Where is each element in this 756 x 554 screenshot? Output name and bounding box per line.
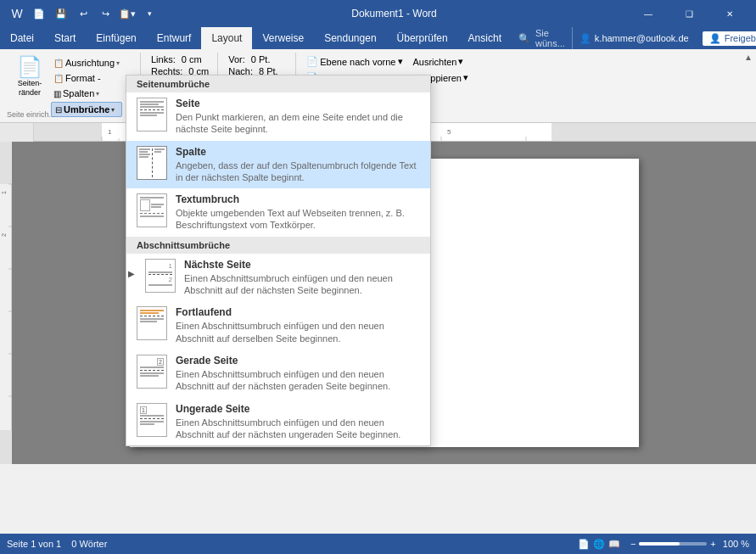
seitenraender-button[interactable]: 📄 Seiten-ränder xyxy=(10,54,49,100)
format-icon: 📋 xyxy=(53,74,64,83)
menu-datei[interactable]: Datei xyxy=(0,27,44,49)
zoom-minus-btn[interactable]: − xyxy=(630,539,636,549)
user-area: 👤 k.hammer@outlook.de xyxy=(572,27,696,49)
ebene-vorne-button[interactable]: 📄 Ebene nach vorne ▾ xyxy=(303,54,406,69)
quick-access-toolbar: W 📄 💾 ↩ ↪ 📋▾ ▾ xyxy=(7,3,160,24)
textumbruch-text: Textumbruch Objekte umgebenden Text auf … xyxy=(176,193,420,232)
title-bar-left: W 📄 💾 ↩ ↪ 📋▾ ▾ xyxy=(7,3,160,24)
user-icon: 👤 xyxy=(580,33,591,44)
gerade-seite-text: Gerade Seite Einen Abschnittsumbruch ein… xyxy=(176,355,420,393)
menu-bar: Datei Start Einfügen Entwurf Layout Verw… xyxy=(0,27,756,49)
svg-text:1: 1 xyxy=(1,191,7,194)
spalten-label: Spalten xyxy=(63,88,94,98)
umbrueche-button[interactable]: ⊟ Umbrüche ▾ xyxy=(51,102,122,117)
einzug-links-row: Links: 0 cm xyxy=(151,54,209,64)
ungerade-seite-title: Ungerade Seite xyxy=(176,403,420,415)
redo-btn[interactable]: ↪ xyxy=(95,3,115,24)
spalte-text: Spalte Angeben, dass der auf den Spalten… xyxy=(176,146,420,184)
share-icon: 👤 xyxy=(709,33,721,44)
zoom-level: 100 % xyxy=(723,539,749,549)
svg-text:5: 5 xyxy=(447,128,451,136)
status-left: Seite 1 von 1 0 Wörter xyxy=(7,539,107,549)
search-icon: 🔍 xyxy=(518,33,530,44)
spalten-icon: ▥ xyxy=(53,89,61,98)
read-view-icon[interactable]: 📖 xyxy=(608,539,620,550)
ruler-corner xyxy=(0,123,34,142)
window-controls: — ❑ ✕ xyxy=(629,0,749,27)
menu-start[interactable]: Start xyxy=(44,27,86,49)
textumbruch-icon-img xyxy=(137,193,167,227)
dropdown-item-gerade-seite[interactable]: 2 Gerade Seite Einen Abschnittsumbruch e… xyxy=(126,350,430,398)
spalten-button[interactable]: ▥ Spalten ▾ xyxy=(51,87,122,100)
seitenraender-label: Seiten-ränder xyxy=(18,79,42,98)
customize-btn[interactable]: 📋▾ xyxy=(117,3,137,24)
naechste-seite-title: Nächste Seite xyxy=(184,259,420,271)
dropdown-item-spalte[interactable]: Spalte Angeben, dass der auf den Spalten… xyxy=(126,141,430,189)
abstand-vor-row: Vor: 0 Pt. xyxy=(228,54,287,64)
collapse-ribbon-btn[interactable]: ▲ xyxy=(744,53,753,62)
ausrichtung-arrow: ▾ xyxy=(116,59,120,67)
umbrueche-label: Umbrüche xyxy=(64,104,109,115)
naechste-seite-icon: 1 2 xyxy=(145,259,176,293)
naechste-seite-text: Nächste Seite Einen Abschnittsumbruch ei… xyxy=(184,259,420,297)
fortlaufend-title: Fortlaufend xyxy=(176,306,420,318)
status-right: 📄 🌐 📖 − + 100 % xyxy=(578,539,749,550)
textumbruch-desc: Objekte umgebenden Text auf Webseiten tr… xyxy=(176,207,420,232)
dropdown-item-ungerade-seite[interactable]: 1 Ungerade Seite Einen Abschnittsumbruch… xyxy=(126,398,430,446)
group-label-page: Seite einrich... xyxy=(7,110,55,119)
ungerade-seite-icon: 1 xyxy=(137,403,167,437)
zoom-plus-btn[interactable]: + xyxy=(710,539,715,549)
svg-rect-2 xyxy=(552,123,756,142)
word-icon: W xyxy=(7,3,27,24)
close-btn[interactable]: ✕ xyxy=(710,0,749,27)
fortlaufend-icon xyxy=(137,306,167,340)
spalten-arrow: ▾ xyxy=(96,90,99,98)
dropdown-item-seite[interactable]: Seite Den Punkt markieren, an dem eine S… xyxy=(126,92,430,141)
seitenumbrueche-header: Seitenumbrüche xyxy=(126,76,430,92)
save-btn[interactable]: 💾 xyxy=(51,3,71,24)
more-btn[interactable]: ▾ xyxy=(139,3,160,24)
ribbon-group-page-setup: 📄 Seiten-ränder 📋 Ausrichtung ▾ 📋 Format… xyxy=(5,53,141,119)
dropdown-item-textumbruch[interactable]: Textumbruch Objekte umgebenden Text auf … xyxy=(126,188,430,237)
ausrichtung-icon: 📋 xyxy=(53,59,64,68)
menu-ansicht[interactable]: Ansicht xyxy=(458,27,512,49)
seitenraender-icon: 📄 xyxy=(17,57,42,77)
menu-ueberpruefen[interactable]: Überprüfen xyxy=(387,27,458,49)
svg-text:2: 2 xyxy=(1,233,7,237)
menu-sendungen[interactable]: Sendungen xyxy=(314,27,386,49)
window-title: Dokument1 - Word xyxy=(160,8,629,20)
format-label: Format - xyxy=(65,73,101,83)
textumbruch-title: Textumbruch xyxy=(176,193,420,205)
web-view-icon[interactable]: 🌐 xyxy=(593,539,605,550)
ebene-vorne-icon: 📄 xyxy=(306,56,318,67)
umbrueche-icon: ⊟ xyxy=(55,105,62,115)
title-bar: W 📄 💾 ↩ ↪ 📋▾ ▾ Dokument1 - Word — ❑ ✕ xyxy=(0,0,756,27)
menu-einfuegen[interactable]: Einfügen xyxy=(86,27,146,49)
page-info: Seite 1 von 1 xyxy=(7,539,61,549)
ausrichten-button[interactable]: Ausrichten ▾ xyxy=(410,54,468,69)
share-button[interactable]: 👤 Freigeben xyxy=(703,31,756,46)
status-bar: Seite 1 von 1 0 Wörter 📄 🌐 📖 − + 100 % xyxy=(0,534,756,554)
menu-layout[interactable]: Layout xyxy=(201,27,252,49)
svg-rect-1 xyxy=(34,123,102,142)
ungerade-seite-desc: Einen Abschnittsumbruch einfügen und den… xyxy=(176,417,420,441)
format-button[interactable]: 📋 Format - xyxy=(51,71,122,85)
dropdown-item-fortlaufend[interactable]: Fortlaufend Einen Abschnittsumbruch einf… xyxy=(126,301,430,350)
seite-icon xyxy=(137,98,167,132)
restore-btn[interactable]: ❑ xyxy=(669,0,708,27)
menu-verweise[interactable]: Verweise xyxy=(252,27,314,49)
spalte-desc: Angeben, dass der auf den Spaltenumbruch… xyxy=(176,159,420,184)
layout-view-icon[interactable]: 📄 xyxy=(578,539,590,550)
new-doc-btn[interactable]: 📄 xyxy=(29,3,49,24)
ausrichtung-button[interactable]: 📋 Ausrichtung ▾ xyxy=(51,56,122,70)
menu-entwurf[interactable]: Entwurf xyxy=(147,27,202,49)
spalte-icon xyxy=(137,146,167,180)
dropdown-item-naechste-seite[interactable]: ▶ 1 2 Nächste Seite Einen Abschnittsumbr… xyxy=(126,254,430,302)
zoom-slider[interactable] xyxy=(639,542,707,546)
search-area: 🔍 Sie wüns... xyxy=(512,27,572,49)
minimize-btn[interactable]: — xyxy=(629,0,668,27)
user-email: k.hammer@outlook.de xyxy=(595,33,689,43)
page-controls-column: 📋 Ausrichtung ▾ 📋 Format - ▥ Spalten ▾ ⊟… xyxy=(51,54,122,117)
abschnittsumbrueche-header: Abschnittsumbrüche xyxy=(126,237,430,254)
undo-btn[interactable]: ↩ xyxy=(73,3,93,24)
